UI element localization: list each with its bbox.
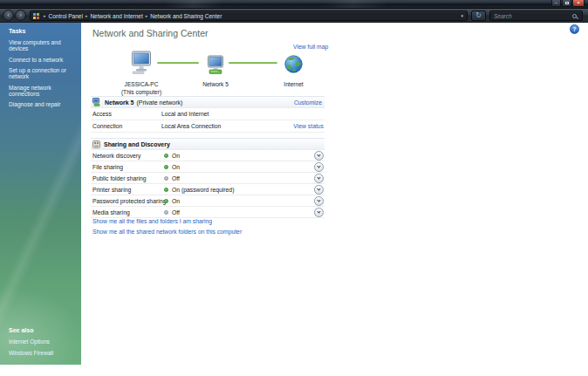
close-button[interactable]: × — [572, 0, 585, 7]
network-name: Network 5 — [105, 99, 133, 106]
sharing-row-status: Off — [172, 209, 180, 215]
see-also-header: See also — [9, 327, 79, 333]
breadcrumb-item-network-and-internet[interactable]: Network and Internet — [90, 13, 142, 19]
expand-chevron-button[interactable] — [314, 208, 324, 217]
main-content: ? Network and Sharing Center View full m… — [81, 23, 588, 376]
sharing-row-status: On — [172, 164, 180, 170]
status-dot — [164, 176, 168, 181]
breadcrumb-separator-icon: ▸ — [44, 13, 46, 18]
chevron-down-icon — [317, 198, 320, 202]
sharing-icon — [92, 140, 100, 148]
expand-chevron-button[interactable] — [314, 174, 324, 183]
sidebar: Tasks View computers and devices Connect… — [0, 23, 81, 365]
sidebar-item-windows-firewall[interactable]: Windows Firewall — [9, 350, 79, 356]
sidebar-item-manage-connections[interactable]: Manage network connections — [9, 85, 79, 97]
back-button[interactable]: ‹ — [3, 10, 14, 21]
status-dot — [164, 210, 168, 215]
sharing-row-label: Password protected sharing — [92, 198, 166, 204]
maximize-button[interactable] — [562, 0, 571, 7]
refresh-icon: ↻ — [475, 11, 482, 19]
back-icon: ‹ — [7, 11, 10, 19]
sharing-row-file-sharing: File sharing On — [91, 161, 325, 173]
map-connection-line — [229, 62, 277, 64]
chevron-down-icon — [317, 164, 320, 167]
breadcrumb-item-network-sharing-center[interactable]: Network and Sharing Center — [150, 13, 222, 19]
minimize-icon: – — [555, 0, 557, 5]
connection-label: Connection — [92, 123, 122, 129]
expand-chevron-button[interactable] — [314, 162, 324, 172]
status-dot — [164, 154, 168, 158]
sharing-row-status: On (password required) — [172, 187, 234, 193]
window-titlebar: – × — [0, 0, 588, 9]
sharing-row-status: Off — [172, 175, 180, 181]
refresh-button[interactable]: ↻ — [471, 10, 486, 21]
sharing-row-network-discovery: Network discovery On — [91, 150, 325, 161]
page-title: Network and Sharing Center — [92, 28, 209, 38]
access-label: Access — [92, 111, 112, 117]
help-button[interactable]: ? — [570, 24, 579, 34]
map-node-sublabel: (This computer) — [115, 89, 168, 95]
show-shared-files-link[interactable]: Show me all the files and folders I am s… — [92, 218, 242, 224]
tasks-panel: Tasks View computers and devices Connect… — [9, 28, 79, 113]
network-icon[interactable] — [207, 55, 224, 79]
sidebar-item-connect-to-network[interactable]: Connect to a network — [9, 57, 79, 63]
map-node-label: Network 5 — [190, 81, 241, 87]
map-connection-line — [157, 62, 199, 64]
access-row: Access Local and Internet — [91, 108, 325, 120]
network-section: Network 5 (Private network) Customize Ac… — [91, 96, 325, 133]
breadcrumb-item-control-panel[interactable]: Control Panel — [49, 13, 83, 19]
sharing-discovery-section: Sharing and Discovery Network discovery … — [91, 138, 325, 218]
sharing-row-label: Media sharing — [92, 209, 130, 215]
tasks-header: Tasks — [9, 28, 79, 34]
globe-icon[interactable] — [284, 55, 303, 77]
search-input[interactable] — [490, 11, 572, 20]
breadcrumb[interactable]: ▸ Control Panel ▸ Network and Internet ▸… — [30, 10, 468, 21]
forward-button[interactable]: › — [15, 10, 26, 21]
expand-chevron-button[interactable] — [314, 196, 324, 206]
show-shared-folders-link[interactable]: Show me all the shared network folders o… — [92, 229, 242, 235]
expand-chevron-button[interactable] — [314, 151, 324, 161]
sharing-section-header: Sharing and Discovery — [91, 138, 325, 150]
connection-row: Connection Local Area Connection View st… — [91, 120, 325, 133]
maximize-icon — [565, 2, 569, 4]
chevron-down-icon[interactable]: ▾ — [461, 13, 463, 18]
network-section-header: Network 5 (Private network) Customize — [91, 96, 325, 108]
computer-icon[interactable] — [131, 51, 152, 78]
sharing-row-printer-sharing: Printer sharing On (password required) — [91, 184, 325, 195]
sharing-row-label: Public folder sharing — [92, 175, 147, 181]
breadcrumb-separator-icon: ▸ — [85, 13, 88, 18]
sharing-row-status: On — [172, 153, 180, 159]
sidebar-item-setup-connection[interactable]: Set up a connection or network — [9, 67, 79, 79]
chevron-down-icon — [317, 175, 320, 179]
access-value: Local and Internet — [161, 111, 209, 117]
sharing-row-label: Printer sharing — [92, 187, 131, 193]
map-node-label: Internet — [267, 81, 320, 87]
sharing-row-label: File sharing — [92, 164, 123, 170]
search-box — [489, 10, 583, 21]
status-dot — [164, 165, 168, 169]
customize-link[interactable]: Customize — [294, 99, 322, 106]
sidebar-item-view-computers[interactable]: View computers and devices — [9, 39, 79, 51]
sharing-row-status: On — [172, 198, 180, 204]
footer-links: Show me all the files and folders I am s… — [92, 218, 242, 238]
sharing-row-media-sharing: Media sharing Off — [91, 207, 325, 218]
sidebar-item-diagnose-repair[interactable]: Diagnose and repair — [9, 101, 79, 107]
search-icon[interactable] — [572, 14, 577, 18]
sharing-row-password-protected-sharing: Password protected sharing On — [91, 195, 325, 207]
minimize-button[interactable]: – — [551, 0, 561, 7]
map-node-label: JESSICA-PC — [115, 81, 168, 87]
network-small-icon — [92, 98, 101, 106]
view-status-link[interactable]: View status — [293, 123, 324, 129]
close-icon: × — [577, 0, 580, 5]
sidebar-item-internet-options[interactable]: Internet Options — [9, 338, 79, 345]
address-bar: ‹ › ▸ Control Panel ▸ Network and Intern… — [0, 9, 588, 23]
chevron-down-icon — [317, 153, 320, 156]
help-icon: ? — [572, 26, 576, 32]
breadcrumb-separator-icon: ▸ — [146, 13, 148, 18]
view-full-map-link[interactable]: View full map — [293, 44, 328, 50]
chevron-down-icon — [317, 187, 320, 190]
expand-chevron-button[interactable] — [314, 185, 324, 195]
forward-icon: › — [19, 11, 22, 19]
chevron-down-icon — [317, 209, 320, 213]
status-dot — [164, 188, 168, 192]
